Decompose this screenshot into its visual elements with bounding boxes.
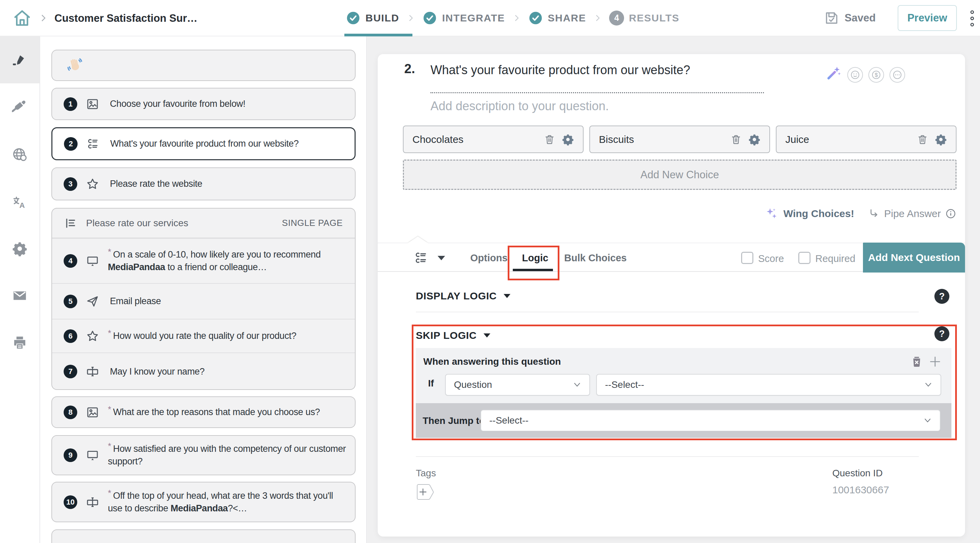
group-header[interactable]: Please rate our services SINGLE PAGE	[52, 208, 355, 238]
question-group-card[interactable]: Please rate our services SINGLE PAGE 4 *…	[51, 208, 356, 390]
required-checkbox[interactable]	[798, 252, 811, 264]
question-type-icon[interactable]	[413, 250, 429, 266]
question-card-11[interactable]: 11 *What prompted you to score an $On a …	[51, 529, 356, 543]
when-answering-label: When answering this question	[423, 356, 561, 367]
chevron-right-icon	[593, 13, 602, 23]
opinion-scale-icon	[86, 254, 100, 268]
question-row-7[interactable]: 7 May I know your name?	[52, 352, 355, 390]
skip-logic-header[interactable]: SKIP LOGIC	[416, 330, 490, 341]
skip-logic-help-icon[interactable]: ?	[934, 326, 950, 341]
then-jump-bar: Then Jump to --Select--	[416, 403, 951, 438]
delete-choice-icon[interactable]	[916, 133, 929, 146]
question-type-caret-icon[interactable]	[438, 256, 445, 260]
more-actions-icon[interactable]	[889, 67, 905, 83]
editor-question-title[interactable]: What's your favourite product from our w…	[430, 63, 767, 77]
emoji-smiley-icon[interactable]	[847, 67, 863, 83]
saved-label: Saved	[845, 12, 875, 24]
welcome-card[interactable]	[51, 50, 356, 81]
sidebar-item-editor[interactable]	[0, 37, 40, 83]
question-row-5[interactable]: 5 Email please	[52, 283, 355, 319]
if-label: If	[428, 378, 434, 389]
description-placeholder[interactable]: Add description to your question.	[430, 99, 609, 113]
text-input-icon	[86, 364, 100, 379]
choice-biscuits[interactable]: Biscuits	[589, 125, 770, 153]
choice-label[interactable]: Chocolates	[412, 134, 543, 145]
sidebar-item-theme[interactable]	[0, 91, 40, 124]
choice-juice[interactable]: Juice	[776, 125, 956, 153]
then-jump-label: Then Jump to	[423, 415, 485, 426]
choice-label[interactable]: Biscuits	[599, 134, 730, 145]
survey-title[interactable]: Customer Satisfaction Sur…	[54, 12, 197, 24]
step-share[interactable]: SHARE	[528, 11, 586, 25]
print-icon	[12, 335, 27, 351]
score-checkbox[interactable]	[741, 252, 753, 264]
edit-icon	[12, 52, 27, 68]
tab-bulk-choices[interactable]: Bulk Choices	[564, 252, 627, 264]
text-input-icon	[86, 495, 100, 509]
step-integrate[interactable]: INTEGRATE	[422, 11, 505, 25]
more-options-icon[interactable]	[968, 10, 977, 27]
image-question-icon	[86, 405, 100, 419]
wing-choices-button[interactable]: Wing Choices!	[765, 207, 854, 221]
display-logic-help-icon[interactable]: ?	[934, 289, 950, 304]
required-label: Required	[815, 253, 856, 264]
tab-logic[interactable]: Logic	[522, 252, 548, 264]
question-card-1[interactable]: 1 Choose your favourite from below!	[51, 88, 356, 120]
score-dollar-icon[interactable]: $	[869, 67, 884, 83]
question-row-4[interactable]: 4 *On a scale of 0-10, how likely are yo…	[52, 238, 355, 283]
choice-settings-icon[interactable]	[562, 133, 574, 146]
question-row-6[interactable]: 6 *How would you rate the quality of our…	[52, 319, 355, 352]
delete-choice-icon[interactable]	[730, 133, 742, 146]
add-rule-icon[interactable]	[928, 355, 942, 368]
question-number: 1	[64, 97, 77, 111]
choice-chocolates[interactable]: Chocolates	[403, 125, 584, 153]
home-icon[interactable]	[12, 8, 32, 28]
survey-builder-app: Customer Satisfaction Sur… BUILD INTEGRA…	[0, 0, 980, 543]
sidebar-item-print[interactable]	[0, 326, 40, 359]
chevron-right-icon	[406, 13, 415, 23]
step-results[interactable]: 4 RESULTS	[609, 11, 679, 25]
sidebar-item-translate[interactable]: A	[0, 186, 40, 219]
settings-icon	[12, 241, 27, 257]
choice-label[interactable]: Juice	[785, 134, 916, 145]
delete-choice-icon[interactable]	[543, 133, 556, 146]
step-label: INTEGRATE	[442, 12, 505, 24]
tab-options[interactable]: Options	[470, 252, 508, 264]
question-number: 8	[64, 406, 77, 419]
check-circle-icon	[346, 11, 361, 25]
delete-rule-icon[interactable]	[910, 355, 924, 368]
display-logic-header[interactable]: DISPLAY LOGIC	[416, 290, 511, 302]
score-label: Score	[758, 253, 784, 264]
question-list-panel[interactable]: 1 Choose your favourite from below! 2 Wh…	[40, 37, 367, 543]
tabbar-notch	[408, 237, 428, 243]
ai-wand-icon[interactable]	[826, 65, 842, 81]
question-text: *Off the top of your head, what are the …	[108, 490, 346, 515]
add-next-question-button[interactable]: Add Next Question	[863, 243, 965, 273]
question-card-2-active[interactable]: 2 What's your favourite product from our…	[51, 127, 356, 160]
sidebar-item-settings[interactable]	[0, 232, 40, 265]
add-new-choice-button[interactable]: Add New Choice	[403, 160, 956, 190]
if-type-dropdown[interactable]: Question	[445, 374, 590, 396]
question-text: *How would you rate the quality of our p…	[108, 330, 296, 342]
question-card-8[interactable]: 8 *What are the top reasons that made yo…	[51, 396, 356, 428]
pipe-answer-button[interactable]: Pipe Answer	[868, 208, 956, 220]
step-label: SHARE	[548, 12, 586, 24]
question-card-10[interactable]: 10 *Off the top of your head, what are t…	[51, 482, 356, 522]
choice-settings-icon[interactable]	[935, 133, 947, 146]
question-editor-card: 2. What's your favourite product from ou…	[378, 54, 965, 537]
question-card-9[interactable]: 9 *How satisfied are you with the compet…	[51, 435, 356, 475]
if-value-dropdown[interactable]: --Select--	[596, 374, 941, 396]
multiple-choice-icon	[86, 137, 100, 151]
tool-sidebar: A	[0, 37, 40, 543]
sparkles-icon	[765, 207, 778, 221]
add-tag-button[interactable]	[416, 481, 437, 503]
question-card-3[interactable]: 3 Please rate the website	[51, 167, 356, 200]
choice-settings-icon[interactable]	[748, 133, 760, 146]
preview-button[interactable]: Preview	[898, 5, 957, 31]
step-build[interactable]: BUILD	[346, 11, 399, 25]
sidebar-item-email[interactable]	[0, 279, 40, 312]
sidebar-item-language[interactable]	[0, 138, 40, 171]
workflow-steps: BUILD INTEGRATE SHARE 4 RESULTS	[346, 0, 679, 36]
then-jump-dropdown[interactable]: --Select--	[480, 410, 940, 432]
title-dotted-underline	[430, 92, 764, 93]
